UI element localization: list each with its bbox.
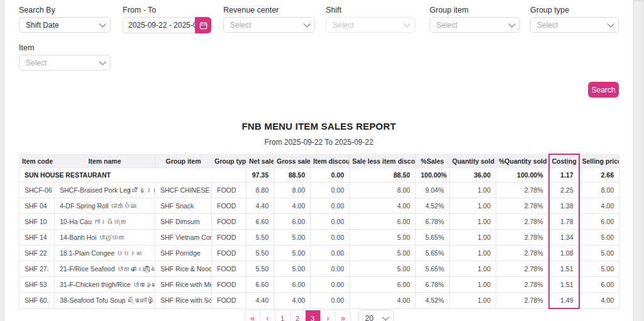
table-cell: SHF Rice & Noodle <box>155 261 212 277</box>
table-cell: 4.00 <box>350 293 416 309</box>
group-item-label: Group item <box>430 6 469 14</box>
pagination-page-button[interactable]: 2 <box>290 310 306 321</box>
table-cell: 2.78% <box>496 293 549 309</box>
report-title: FNB MENU ITEM SALES REPORT <box>5 121 633 132</box>
pagination-last-button[interactable]: » <box>335 310 351 321</box>
summary-label: SUN HOUSE RESTAURANT <box>19 168 247 183</box>
group-item-select[interactable]: Select <box>430 17 520 33</box>
summary-cell: 0.00 <box>311 168 350 183</box>
summary-cell: 97.35 <box>247 168 274 183</box>
revenue-center-placeholder: Select <box>230 21 251 30</box>
table-cell: 4.40 <box>247 293 274 309</box>
column-header: Item name <box>55 154 155 168</box>
table-row: SHF 1414-Banh Hoi បាញ់ហយSHF Vietnam Corn… <box>19 230 619 245</box>
revenue-center-label: Revenue center <box>223 6 279 14</box>
table-cell: 1.00 <box>450 277 496 293</box>
item-label: Item <box>19 43 34 52</box>
table-cell: 5.50 <box>247 261 274 277</box>
table-row: SHF 5331-F-Chicken thigh/Rice បាយភ្លៅមាន… <box>19 277 619 293</box>
summary-cell: 88.50 <box>274 168 311 183</box>
daterange-input[interactable]: 2025-09-22 - 2025-0 <box>123 17 195 33</box>
table-cell: SHF 22 <box>19 245 55 261</box>
column-header: Item code <box>19 154 55 168</box>
table-cell: 6.60 <box>247 277 274 293</box>
search-by-value: Shift Date <box>26 21 59 30</box>
table-cell: 1.00 <box>450 230 496 245</box>
group-type-placeholder: Select <box>537 21 558 30</box>
table-cell: 31-F-Chicken thigh/Rice បាយភ្លៅមាន់ <box>55 277 155 293</box>
pagination-first-button[interactable]: « <box>245 310 260 321</box>
summary-cell: 36.00 <box>450 168 496 183</box>
group-type-select[interactable]: Select <box>530 17 619 33</box>
page-size-select[interactable]: 20 <box>358 310 394 321</box>
column-header: Group type <box>212 154 247 168</box>
group-item-placeholder: Select <box>436 21 457 30</box>
pagination-page-button[interactable]: 1 <box>275 310 291 321</box>
table-cell: 6.60 <box>247 214 274 230</box>
calendar-button[interactable] <box>195 17 211 33</box>
table-cell: 5.00 <box>350 261 416 277</box>
shift-select[interactable]: Select <box>326 17 415 33</box>
table-header-row: Item codeItem nameGroup itemGroup typeNe… <box>19 154 619 168</box>
table-cell: 5.00 <box>274 230 311 245</box>
table-cell: 5.00 <box>350 230 416 245</box>
table-cell: 0.00 <box>311 198 350 214</box>
table-cell: 8.00 <box>274 183 311 198</box>
summary-cell: 100.00% <box>496 168 549 183</box>
table-cell: 5.50 <box>247 245 274 261</box>
table-cell: 2.25 <box>549 183 579 198</box>
table-row: SHF 1010-Ha Cau ការចំហុយSHF DimsumFOOD6.… <box>19 214 619 230</box>
pagination-prev-button[interactable]: ‹ <box>260 310 275 321</box>
table-row: SHCF-06SHCF-Braised Pork Leg ជើងជ្រូកSHC… <box>19 183 619 198</box>
table-cell: 1.78 <box>549 214 579 230</box>
table-cell: 1.49 <box>549 293 579 309</box>
table-cell: 0.00 <box>311 183 350 198</box>
table-cell: 1.00 <box>450 245 496 261</box>
table-row: SHF 27.21-F/Rice Seafood បាយឆាគ្រឿងសមុទ្… <box>19 261 619 277</box>
column-header: Sale less item discount <box>350 154 416 168</box>
column-header: Item discount <box>311 154 350 168</box>
table-cell: 4.00 <box>579 198 619 214</box>
page-size-value: 20 <box>365 314 374 321</box>
table-cell: SHF 53 <box>19 277 55 293</box>
search-by-select[interactable]: Shift Date <box>19 17 111 33</box>
table-cell: 5.65% <box>416 245 450 261</box>
pagination-next-button[interactable]: › <box>320 310 336 321</box>
pagination-page-button[interactable]: 3 <box>305 310 321 321</box>
table-cell: 4.00 <box>579 293 619 309</box>
table-cell: SHF Porridge <box>155 245 212 261</box>
table-row: SHF 2218.1-Plain Congee បបរសSHF Porridge… <box>19 245 619 261</box>
chevron-down-icon <box>99 20 106 27</box>
table-cell: 1.51 <box>549 261 579 277</box>
table-cell: 4.00 <box>274 198 311 214</box>
table-cell: 1.00 <box>450 261 496 277</box>
column-header: Group item <box>155 154 212 168</box>
table-cell: 5.65% <box>416 230 450 245</box>
table-cell: 1.51 <box>549 277 579 293</box>
table-cell: 2.78% <box>496 261 549 277</box>
shift-label: Shift <box>326 6 341 14</box>
table-cell: 6.00 <box>579 277 619 293</box>
table-cell: 2.78% <box>496 183 549 198</box>
chevron-down-icon <box>403 20 410 27</box>
table-cell: 6.00 <box>579 214 619 230</box>
table-cell: 1.38 <box>549 198 579 214</box>
table-cell: SHF Rice with Meat <box>155 277 212 293</box>
page-left-gutter <box>0 0 5 321</box>
table-cell: 2.78% <box>496 230 549 245</box>
table-cell: 4.52% <box>416 293 450 309</box>
item-select[interactable]: Select <box>19 55 111 70</box>
scrollbar-track[interactable] <box>633 0 644 321</box>
table-cell: 0.00 <box>311 245 350 261</box>
search-button[interactable]: Search <box>588 82 619 98</box>
chevron-down-icon <box>303 20 310 27</box>
table-cell: FOOD <box>212 245 247 261</box>
table-cell: 6.00 <box>350 214 416 230</box>
table-cell: 6.78% <box>416 214 450 230</box>
table-cell: 6.00 <box>274 277 311 293</box>
summary-row: SUN HOUSE RESTAURANT97.3588.500.0088.501… <box>19 168 619 183</box>
revenue-center-select[interactable]: Select <box>223 17 315 33</box>
column-header: %Sales <box>416 154 450 168</box>
table-cell: 4.40 <box>247 198 274 214</box>
table-cell: 38-Seafood Tofu Soup ស៊ុបតៅហ៊ូគ្រឿងសមុទ្… <box>55 293 155 309</box>
